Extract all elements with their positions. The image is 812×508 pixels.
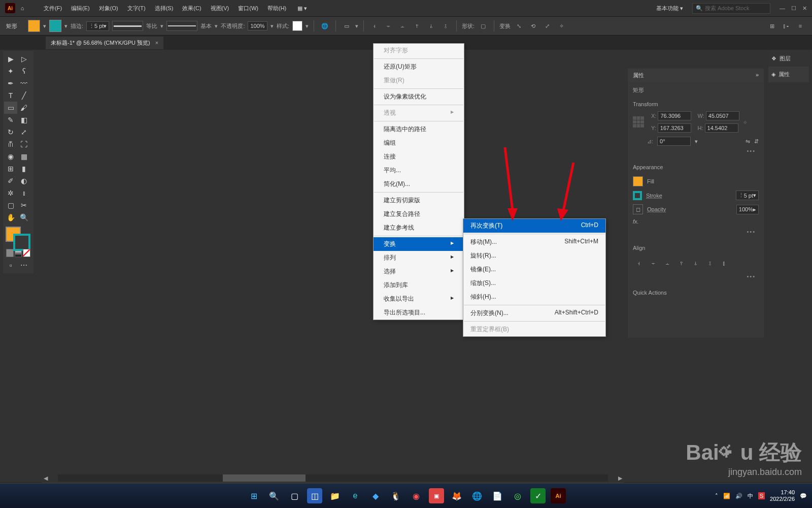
menu-帮助(H)[interactable]: 帮助(H)	[263, 3, 290, 14]
xform-icon-4[interactable]: ✧	[556, 20, 567, 31]
link-icon[interactable]: ⟐	[743, 119, 747, 125]
flip-h-icon[interactable]: ⇋	[746, 138, 750, 145]
rotate-tool[interactable]: ↻	[4, 126, 17, 138]
scale-tool[interactable]: ⤢	[17, 126, 30, 138]
graph-tool[interactable]: ⫾	[17, 187, 30, 199]
subctx-移动(M)...[interactable]: 移动(M)...Shift+Ctrl+M	[463, 235, 605, 249]
y-field[interactable]: 167.3263	[658, 123, 691, 133]
flip-v-icon[interactable]: ⇵	[754, 138, 759, 145]
panel-align-hcenter-icon[interactable]: ⫟	[647, 257, 659, 269]
ctx-收集以导出[interactable]: 收集以导出	[374, 292, 464, 306]
brush-def[interactable]	[166, 21, 197, 31]
app-icon-5[interactable]: 🦊	[449, 488, 464, 503]
fill-stroke-swatches[interactable]	[4, 227, 32, 247]
reference-point-grid[interactable]	[633, 116, 644, 128]
panel-align-left-icon[interactable]: ⫞	[633, 257, 645, 269]
curvature-tool[interactable]: 〰	[17, 77, 30, 89]
illustrator-taskbar-icon[interactable]: Ai	[551, 488, 566, 503]
xform-icon-2[interactable]: ⟲	[528, 20, 539, 31]
panel-align-right-icon[interactable]: ⫠	[661, 257, 673, 269]
mesh-tool[interactable]: ⊞	[4, 163, 17, 175]
menu-窗口(W)[interactable]: 窗口(W)	[234, 3, 262, 14]
subctx-再次变换(T)[interactable]: 再次变换(T)Ctrl+D	[463, 219, 605, 233]
direct-selection-tool[interactable]: ▷	[17, 53, 30, 65]
none-mode-icon[interactable]	[23, 249, 30, 257]
hand-tool[interactable]: ✋	[4, 211, 17, 224]
tab-close-icon[interactable]: ×	[155, 40, 158, 46]
ctx-排列[interactable]: 排列	[374, 251, 464, 265]
widgets-icon[interactable]: ◫	[307, 488, 322, 503]
panel-distribute-icon[interactable]: ⫿	[718, 257, 730, 269]
subctx-缩放(S)...[interactable]: 缩放(S)...	[463, 276, 605, 290]
shape-builder-icon[interactable]: ▢	[478, 20, 489, 31]
align-center-h-icon[interactable]: ⫟	[383, 20, 394, 31]
free-transform-tool[interactable]: ⛶	[17, 138, 30, 150]
clock[interactable]: 17:402022/2/26	[770, 489, 795, 502]
maximize-icon[interactable]: ☐	[791, 5, 796, 12]
ctx-设为像素级优化[interactable]: 设为像素级优化	[374, 90, 464, 104]
shaper-tool[interactable]: ✎	[4, 114, 17, 126]
w-field[interactable]: 45.0507	[706, 111, 739, 120]
ctx-建立复合路径[interactable]: 建立复合路径	[374, 207, 464, 221]
menu-视图(V)[interactable]: 视图(V)	[207, 3, 233, 14]
app-icon-6[interactable]: 📄	[490, 488, 505, 503]
panel-fill-swatch[interactable]	[633, 176, 643, 186]
properties-header[interactable]: 属性»	[628, 69, 764, 82]
ctx-建立参考线[interactable]: 建立参考线	[374, 221, 464, 235]
ctx-添加到库[interactable]: 添加到库	[374, 278, 464, 292]
panel-opacity-field[interactable]: 100% ▸	[736, 205, 759, 214]
layers-tab[interactable]: ❖ 图层	[768, 51, 809, 67]
menu-选择(S)[interactable]: 选择(S)	[151, 3, 178, 14]
ime-mode-icon[interactable]: S	[758, 492, 765, 499]
edit-toolbar-icon[interactable]: ⋯	[17, 259, 30, 271]
style-swatch[interactable]	[292, 21, 302, 31]
globe-icon[interactable]: 🌐	[319, 20, 330, 31]
panel-align-vcenter-icon[interactable]: ⫰	[690, 257, 702, 269]
align-bottom-icon[interactable]: ⫱	[440, 20, 451, 31]
xform-icon-1[interactable]: ⤡	[514, 20, 525, 31]
menu-extra-icon[interactable]: ▦ ▾	[297, 5, 307, 12]
align-left-icon[interactable]: ⫞	[369, 20, 380, 31]
fx-button[interactable]: fx.	[633, 218, 639, 225]
opacity-field[interactable]: 100%	[248, 21, 267, 30]
blend-tool[interactable]: ◐	[17, 175, 30, 187]
tray-chevron-icon[interactable]: ˄	[715, 493, 718, 499]
menu-文件(F)[interactable]: 文件(F)	[40, 3, 66, 14]
ctx-编组[interactable]: 编组	[374, 136, 464, 150]
stroke-swatch[interactable]	[49, 20, 61, 32]
app-icon-4[interactable]: ▣	[429, 488, 444, 503]
stroke-weight-field[interactable]: ⋮ 5 pt ▾	[86, 21, 109, 31]
slice-tool[interactable]: ✂	[17, 199, 30, 211]
ctx-变换[interactable]: 变换	[374, 237, 464, 251]
close-icon[interactable]: ✕	[802, 5, 807, 12]
ctx-建立剪切蒙版[interactable]: 建立剪切蒙版	[374, 194, 464, 207]
stroke-profile[interactable]	[112, 21, 143, 31]
chrome-icon[interactable]: 🌐	[469, 488, 485, 503]
align-more-icon[interactable]: •••	[633, 271, 759, 281]
panel-stroke-field[interactable]: ⋮ 5 pt ▾	[736, 190, 759, 200]
properties-tab[interactable]: ◈ 属性	[768, 67, 809, 82]
subctx-旋转(R)...[interactable]: 旋转(R)...	[463, 249, 605, 263]
arrange-icon[interactable]: ⫿▾	[781, 20, 792, 31]
align-center-v-icon[interactable]: ⫰	[426, 20, 437, 31]
workspace-selector[interactable]: 基本功能 ▾	[652, 3, 687, 14]
x-field[interactable]: 76.3096	[658, 111, 691, 120]
align-to-icon[interactable]: ▭	[341, 20, 352, 31]
app-icon-1[interactable]: ◆	[368, 488, 383, 503]
minimize-icon[interactable]: —	[780, 5, 785, 12]
align-top-icon[interactable]: ⫯	[412, 20, 423, 31]
menu-对象(O)[interactable]: 对象(O)	[95, 3, 122, 14]
appearance-more-icon[interactable]: •••	[633, 227, 759, 237]
shape-builder-tool[interactable]: ◉	[4, 150, 17, 163]
menu-编辑(E)[interactable]: 编辑(E)	[67, 3, 94, 14]
ctx-平均...[interactable]: 平均...	[374, 164, 464, 177]
screen-mode-icon[interactable]: ▫	[4, 259, 17, 271]
line-tool[interactable]: ╱	[17, 89, 30, 102]
ime-indicator[interactable]: 中	[748, 492, 753, 500]
angle-field[interactable]: 0°	[657, 137, 691, 146]
document-tab[interactable]: 未标题-1* @ 56.68% (CMYK/GPU 预览) ×	[46, 37, 163, 49]
eyedropper-tool[interactable]: ✐	[4, 175, 17, 187]
app-icon-3[interactable]: ◉	[409, 488, 424, 503]
ctx-选择[interactable]: 选择	[374, 265, 464, 278]
fill-swatch[interactable]	[28, 20, 40, 32]
